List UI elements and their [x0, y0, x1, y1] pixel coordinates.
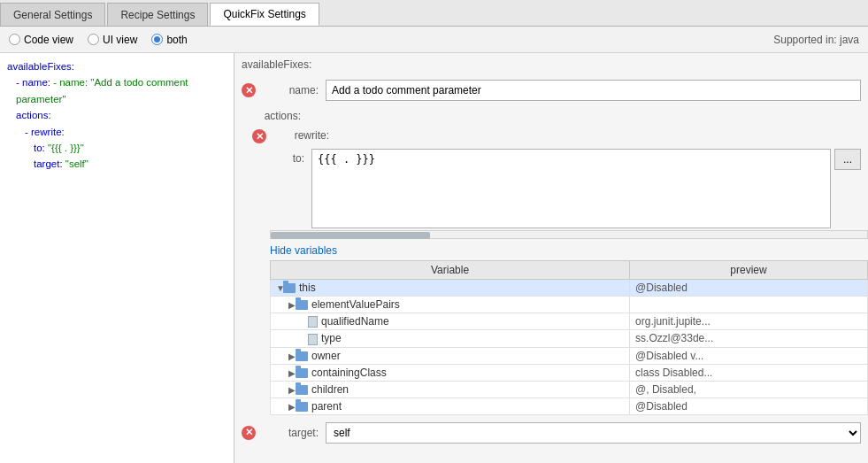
col-variable: Variable	[271, 261, 630, 280]
folder-icon	[296, 300, 308, 310]
tab-quickfix[interactable]: QuickFix Settings	[210, 3, 319, 26]
horizontal-scrollbar[interactable]	[270, 230, 868, 239]
var-preview: @, Disabled,	[630, 381, 868, 397]
lp-line-5: to: "{{{ . }}}"	[34, 140, 227, 156]
table-row[interactable]: qualifiedNameorg.junit.jupite...	[271, 313, 868, 330]
textarea-wrapper: {{{ . }}} ...	[311, 149, 861, 228]
supported-info: Supported in: java	[773, 34, 859, 46]
remove-target-button[interactable]	[242, 426, 256, 440]
var-name: qualifiedName	[321, 315, 389, 328]
lp-line-1: availableFixes:	[7, 58, 227, 74]
var-preview: class Disabled...	[630, 364, 868, 381]
lp-line-3: actions:	[16, 107, 227, 123]
var-preview: ss.Ozzl@33de...	[630, 330, 868, 347]
ellipsis-button[interactable]: ...	[834, 149, 861, 170]
view-mode-bar: Code view UI view both Supported in: jav…	[0, 27, 868, 53]
folder-icon	[296, 351, 308, 361]
chevron-icon[interactable]: ▶	[288, 300, 296, 310]
chevron-icon[interactable]: ▶	[288, 402, 296, 412]
left-code-panel: availableFixes: - name: - name: "Add a t…	[0, 53, 234, 463]
lp-line-2: - name: - name: "Add a todo comment para…	[16, 74, 227, 107]
to-row: to: {{{ . }}} ...	[234, 147, 868, 230]
to-textarea[interactable]: {{{ . }}}	[311, 149, 831, 228]
var-preview: @Disabled v...	[630, 347, 868, 364]
table-row[interactable]: ▶ parent@Disabled	[271, 397, 868, 414]
to-label: to:	[263, 149, 311, 165]
radio-both[interactable]: both	[151, 34, 187, 46]
table-row[interactable]: typess.Ozzl@33de...	[271, 330, 868, 347]
folder-icon	[283, 283, 296, 293]
scrollbar-thumb	[271, 232, 430, 239]
actions-header: actions:	[234, 106, 868, 126]
table-row[interactable]: ▼ this@Disabled	[271, 280, 868, 297]
var-name: children	[311, 383, 349, 396]
name-input[interactable]	[326, 80, 861, 101]
var-preview: org.junit.jupite...	[630, 313, 868, 330]
tab-general[interactable]: General Settings	[0, 3, 105, 26]
remove-rewrite-button[interactable]	[252, 129, 266, 143]
rewrite-row: rewrite:	[234, 126, 868, 147]
var-preview	[630, 297, 868, 313]
file-icon	[308, 316, 318, 328]
radio-ui-circle	[88, 34, 99, 45]
available-fixes-header: availableFixes:	[234, 53, 868, 74]
name-label: name:	[259, 84, 326, 96]
var-preview: @Disabled	[630, 397, 868, 414]
var-name: owner	[311, 350, 341, 362]
lp-line-4: - rewrite:	[25, 124, 227, 140]
target-row: target: self owner parent	[234, 419, 868, 447]
chevron-icon[interactable]: ▶	[288, 351, 296, 361]
remove-item-button[interactable]	[242, 83, 256, 97]
lp-line-6: target: "self"	[34, 156, 227, 172]
main-area: availableFixes: - name: - name: "Add a t…	[0, 53, 868, 463]
col-preview: preview	[630, 261, 868, 280]
rewrite-label: rewrite:	[270, 129, 336, 142]
folder-icon	[296, 385, 308, 395]
radio-code-view[interactable]: Code view	[9, 34, 73, 46]
target-label: target:	[259, 427, 326, 439]
folder-icon	[296, 368, 308, 378]
variables-table: Variable preview ▼ this@Disabled▶ elemen…	[270, 260, 868, 415]
var-name: type	[321, 332, 342, 344]
table-row[interactable]: ▶ containingClassclass Disabled...	[271, 364, 868, 381]
hide-variables-link[interactable]: Hide variables	[234, 241, 868, 260]
target-select[interactable]: self owner parent	[326, 422, 861, 444]
chevron-icon[interactable]: ▶	[288, 385, 296, 395]
actions-label: actions:	[242, 110, 308, 122]
right-ui-panel: availableFixes: name: actions: rewrite: …	[234, 53, 868, 463]
file-icon	[308, 334, 318, 345]
tab-bar: General Settings Recipe Settings QuickFi…	[0, 0, 868, 27]
folder-icon	[296, 402, 308, 412]
radio-ui-view[interactable]: UI view	[88, 34, 137, 46]
chevron-icon[interactable]: ▼	[276, 283, 283, 293]
table-row[interactable]: ▶ elementValuePairs	[271, 297, 868, 313]
tab-recipe[interactable]: Recipe Settings	[107, 3, 208, 26]
name-row: name:	[234, 74, 868, 106]
table-row[interactable]: ▶ owner@Disabled v...	[271, 347, 868, 364]
var-name: parent	[311, 400, 342, 413]
radio-code-circle	[9, 34, 20, 45]
var-name: this	[299, 282, 316, 294]
var-preview: @Disabled	[630, 280, 868, 297]
var-name: elementValuePairs	[311, 298, 400, 311]
var-name: containingClass	[311, 367, 387, 379]
radio-both-circle	[151, 34, 163, 45]
chevron-icon[interactable]: ▶	[288, 368, 296, 378]
table-row[interactable]: ▶ children@, Disabled,	[271, 381, 868, 397]
